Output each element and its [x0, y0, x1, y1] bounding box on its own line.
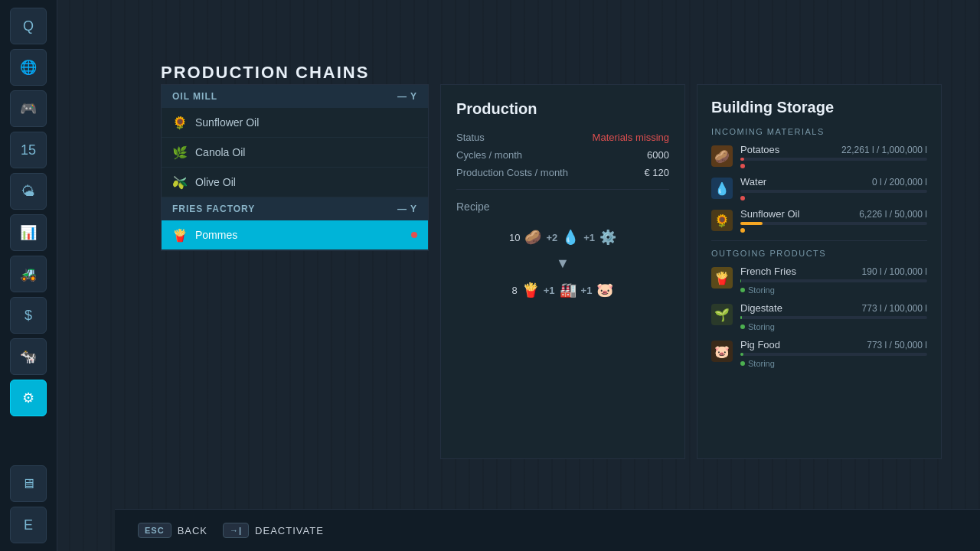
pommes-label: Pommes	[195, 229, 237, 241]
digestate-storage-icon: 🌱	[711, 304, 733, 325]
potatoes-icon: 🥔	[711, 145, 733, 167]
recipe-plus-1: +2	[546, 232, 557, 243]
storage-pig-food: 🐷 Pig Food 773 l / 50,000 l Storing	[711, 339, 927, 368]
potatoes-amount: 22,261 l / 1,000,000 l	[841, 145, 927, 155]
sidebar-btn-calendar[interactable]: 15	[10, 132, 47, 168]
production-panel: Production Status Materials missing Cycl…	[440, 84, 685, 459]
water-amount: 0 l / 200,000 l	[872, 177, 927, 187]
recipe-potato-icon: 🥔	[524, 229, 541, 246]
pigfood-bar-bg	[740, 353, 927, 356]
chain-canola-oil[interactable]: 🌿 Canola Oil	[162, 138, 428, 168]
incoming-label: INCOMING MATERIALS	[711, 127, 927, 136]
outgoing-label: OUTGOING PRODUCTS	[711, 249, 927, 258]
cycles-value: 6000	[647, 149, 669, 161]
recipe-digestate-icon: 🏭	[560, 282, 577, 298]
fries-status: Storing	[748, 285, 775, 295]
sunflower-oil-bar	[740, 222, 763, 225]
water-icon: 💧	[711, 178, 733, 199]
storage-water: 💧 Water 0 l / 200,000 l	[711, 176, 927, 201]
deactivate-label: DEACTIVATE	[255, 525, 324, 536]
production-title: Production	[456, 100, 669, 118]
digestate-status: Storing	[748, 322, 775, 331]
storage-divider	[711, 240, 927, 241]
recipe-arrow: ▼	[456, 256, 669, 272]
sidebar-btn-chart[interactable]: 📊	[10, 214, 47, 251]
chain-olive-oil[interactable]: 🫒 Olive Oil	[162, 168, 428, 197]
potatoes-info: Potatoes 22,261 l / 1,000,000 l	[740, 144, 927, 168]
sunflower-oil-amount: 6,226 l / 50,000 l	[859, 209, 927, 220]
recipe-out-plus-2: +1	[581, 285, 593, 296]
sidebar-btn-tractor[interactable]: 🚜	[10, 256, 47, 292]
recipe-plus-2: +1	[583, 232, 595, 243]
status-label: Status	[456, 132, 485, 143]
oil-mill-label: OIL MILL	[172, 91, 217, 102]
fries-dot	[740, 288, 745, 292]
recipe-fries-icon: 🍟	[522, 282, 539, 298]
costs-label: Production Costs / month	[456, 167, 568, 178]
costs-value: € 120	[644, 167, 669, 178]
back-button[interactable]: ESC BACK	[138, 523, 207, 538]
olive-oil-icon: 🫒	[172, 174, 188, 190]
fries-factory-suffix: — Y	[397, 204, 417, 214]
digestate-name: Digestate	[740, 302, 782, 314]
recipe-inputs-row: 10 🥔 +2 💧 +1 ⚙️	[456, 223, 669, 251]
digestate-amount: 773 l / 100,000 l	[862, 303, 927, 314]
olive-oil-label: Olive Oil	[195, 176, 236, 188]
fries-factory-label: FRIES FACTORY	[172, 204, 255, 214]
recipe-out-plus-1: +1	[544, 285, 555, 296]
sidebar-btn-e[interactable]: E	[10, 507, 47, 543]
storage-french-fries: 🍟 French Fries 190 l / 100,000 l Storing	[711, 266, 927, 295]
recipe-oil-icon: ⚙️	[599, 229, 616, 246]
potatoes-bar-bg	[740, 158, 927, 161]
oil-mill-header: OIL MILL — Y	[162, 85, 428, 108]
deactivate-key: →|	[223, 523, 249, 538]
sidebar-btn-globe[interactable]: 🌐	[10, 49, 47, 86]
fries-name: French Fries	[740, 266, 796, 277]
chain-sunflower-oil[interactable]: 🌻 Sunflower Oil	[162, 108, 428, 138]
potatoes-dot	[740, 164, 745, 168]
pommes-alert-dot	[411, 232, 417, 238]
storage-sunflower-oil: 🌻 Sunflower Oil 6,226 l / 50,000 l	[711, 208, 927, 233]
pommes-icon: 🍟	[172, 227, 188, 243]
fries-amount: 190 l / 100,000 l	[862, 266, 927, 277]
water-name: Water	[740, 176, 766, 187]
pigfood-status: Storing	[748, 359, 775, 368]
recipe-potato-amount: 10	[509, 232, 520, 243]
fries-storage-icon: 🍟	[711, 267, 733, 289]
sidebar-btn-animals[interactable]: 🐄	[10, 338, 47, 375]
sidebar-btn-monitor[interactable]: 🖥	[10, 465, 47, 502]
potatoes-bar	[740, 158, 744, 161]
back-label: BACK	[178, 525, 207, 536]
storage-potatoes: 🥔 Potatoes 22,261 l / 1,000,000 l	[711, 144, 927, 168]
sidebar: Q 🌐 🎮 15 🌤 📊 🚜 $ 🐄 ⚙ 🖥 E	[0, 0, 57, 551]
pigfood-dot	[740, 361, 745, 366]
bottom-bar: ESC BACK →| DEACTIVATE	[115, 509, 980, 551]
storage-title: Building Storage	[711, 99, 927, 116]
cycles-row: Cycles / month 6000	[456, 149, 669, 161]
back-key: ESC	[138, 523, 172, 538]
sidebar-btn-money[interactable]: $	[10, 297, 47, 334]
pigfood-storage-icon: 🐷	[711, 341, 733, 362]
fries-bar-bg	[740, 279, 927, 282]
canola-oil-label: Canola Oil	[195, 146, 245, 158]
sidebar-btn-q[interactable]: Q	[10, 8, 47, 44]
deactivate-button[interactable]: →| DEACTIVATE	[223, 523, 324, 538]
chain-pommes[interactable]: 🍟 Pommes	[162, 220, 428, 250]
recipe-pigfood-icon: 🐷	[596, 282, 613, 298]
sunflower-oil-info: Sunflower Oil 6,226 l / 50,000 l	[740, 208, 927, 233]
recipe-outputs-row: 8 🍟 +1 🏭 +1 🐷	[456, 276, 669, 304]
sunflower-oil-dot	[740, 228, 745, 233]
water-dot	[740, 196, 745, 201]
potatoes-name: Potatoes	[740, 144, 779, 155]
digestate-bar	[740, 316, 742, 319]
digestate-dot	[740, 324, 745, 329]
pigfood-info: Pig Food 773 l / 50,000 l Storing	[740, 339, 927, 368]
water-bar-bg	[740, 190, 927, 193]
sunflower-oil-storage-name: Sunflower Oil	[740, 208, 799, 220]
storage-digestate: 🌱 Digestate 773 l / 100,000 l Storing	[711, 302, 927, 331]
sidebar-btn-weather[interactable]: 🌤	[10, 173, 47, 210]
sidebar-btn-steering[interactable]: 🎮	[10, 90, 47, 127]
sidebar-btn-production[interactable]: ⚙	[10, 380, 47, 416]
digestate-bar-bg	[740, 316, 927, 319]
sunflower-oil-storage-icon: 🌻	[711, 210, 733, 231]
